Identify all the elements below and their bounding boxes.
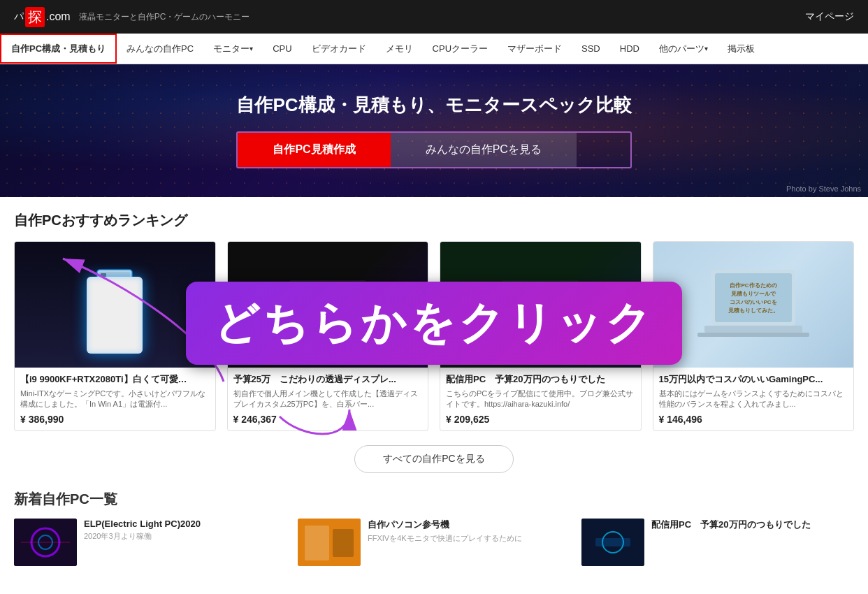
listing-1-image	[14, 519, 77, 566]
svg-rect-3	[99, 272, 130, 314]
pc-card-3-image	[440, 242, 641, 368]
svg-point-18	[519, 307, 533, 321]
hero-title: 自作PC構成・見積もり、モニタースペック比較	[236, 93, 631, 117]
pc-card-4[interactable]: 自作PC作るための 見積もりツールで コスパのいいPCを 見積もりしてみた。 1…	[653, 241, 855, 431]
pc-card-2-price: ¥ 246,367	[233, 414, 423, 425]
see-all-button[interactable]: すべての自作PCを見る	[354, 445, 513, 473]
hero-content: 自作PC構成・見積もり、モニタースペック比較 自作PC見積作成 みんなの自作PC…	[236, 93, 631, 168]
pc-card-2-desc: 初自作で個人用メイン機として作成した【透過ディスプレイカスタム25万PC】を、白…	[233, 389, 423, 411]
logo-com: .com	[46, 10, 71, 23]
hero-photo-credit: Photo by Steve Johns	[786, 184, 861, 193]
pc-card-1[interactable]: 【i9 9900KF+RTX2080Ti】白くて可愛… Mini-ITXなゲーミ…	[14, 241, 216, 431]
hero-view-all-button[interactable]: みんなの自作PCを見る	[391, 133, 577, 167]
svg-rect-34	[305, 526, 329, 560]
listing-2-info: 自作パソコン参号機 FFXIVを4Kモニタで快適にプレイするために	[368, 519, 570, 544]
header-left: パ探.com 液晶モニターと自作PC・ゲームのハーモニー	[14, 7, 249, 27]
svg-rect-38	[595, 538, 630, 546]
nav-hdd[interactable]: HDD	[610, 34, 649, 64]
pc-card-4-image: 自作PC作るための 見積もりツールで コスパのいいPCを 見積もりしてみた。	[653, 242, 854, 368]
nav-memory[interactable]: メモリ	[376, 34, 423, 64]
svg-rect-6	[97, 270, 132, 336]
svg-rect-9	[293, 284, 324, 329]
nav-video-card[interactable]: ビデオカード	[302, 34, 376, 64]
hero-banner: 自作PC構成・見積もり、モニタースペック比較 自作PC見積作成 みんなの自作PC…	[0, 64, 868, 197]
svg-rect-2	[97, 270, 132, 336]
pc-card-3-title: 配信用PC 予算20万円のつもりでした	[446, 373, 635, 386]
pc-card-3-body: 配信用PC 予算20万円のつもりでした こちらのPCをライブ配信にて使用中。ブロ…	[440, 368, 641, 430]
pc-cards-grid: 【i9 9900KF+RTX2080Ti】白くて可愛… Mini-ITXなゲーミ…	[14, 241, 854, 431]
header-subtitle: 液晶モニターと自作PC・ゲームのハーモニー	[79, 11, 250, 23]
listing-card-1[interactable]: ELP(Electric Light PC)2020 2020年3月より稼働	[14, 519, 287, 566]
svg-rect-14	[328, 298, 363, 301]
pc-card-1-image	[15, 242, 215, 368]
svg-rect-5	[101, 273, 106, 279]
pc-card-1-body: 【i9 9900KF+RTX2080Ti】白くて可愛… Mini-ITXなゲーミ…	[15, 368, 215, 430]
pc-card-3[interactable]: 配信用PC 予算20万円のつもりでした こちらのPCをライブ配信にて使用中。ブロ…	[440, 241, 642, 431]
pc-card-2[interactable]: 予算25万 こだわりの透過ディスプレ... 初自作で個人用メイン機として作成した…	[227, 241, 429, 431]
pc-card-1-title: 【i9 9900KF+RTX2080Ti】白くて可愛…	[20, 373, 210, 386]
listing-3-title: 配信用PC 予算20万円のつもりでした	[651, 519, 854, 531]
pc-card-4-price: ¥ 146,496	[659, 414, 848, 425]
new-listings-title: 新着自作PC一覧	[14, 490, 854, 509]
listing-card-2[interactable]: 自作パソコン参号機 FFXIVを4Kモニタで快適にプレイするために	[298, 519, 570, 566]
pc-card-1-price: ¥ 386,990	[20, 414, 210, 425]
pc-card-4-body: 15万円以内でコスパのいいGamingPC... 基本的にはゲームをバランスよく…	[653, 368, 854, 430]
listing-2-date: FFXIVを4Kモニタで快適にプレイするために	[368, 533, 570, 544]
pc-card-2-title: 予算25万 こだわりの透過ディスプレ...	[233, 373, 423, 386]
pc-card-2-body: 予算25万 こだわりの透過ディスプレ... 初自作で個人用メイン機として作成した…	[228, 368, 428, 430]
new-listings-grid: ELP(Electric Light PC)2020 2020年3月より稼働 自…	[14, 519, 854, 566]
listing-1-date: 2020年3月より稼働	[84, 531, 287, 542]
pc-card-4-title: 15万円以内でコスパのいいGamingPC...	[659, 373, 848, 386]
svg-text:自作PC作るための: 自作PC作るための	[730, 282, 776, 289]
svg-rect-28	[697, 333, 809, 337]
listing-3-info: 配信用PC 予算20万円のつもりでした	[651, 519, 854, 533]
logo-pa: パ	[14, 10, 24, 23]
svg-rect-17	[511, 286, 542, 310]
svg-rect-22	[715, 273, 792, 322]
listing-3-image	[581, 519, 644, 566]
nav-monitor[interactable]: モニター	[203, 34, 263, 64]
nav-bulletin-board[interactable]: 掲示板	[718, 34, 765, 64]
svg-rect-35	[333, 529, 354, 557]
pc-card-3-desc: こちらのPCをライブ配信にて使用中。ブログ兼公式サイトです。https://ai…	[446, 389, 635, 411]
main-section: 自作PCおすすめランキング 【i9 9900KF	[0, 197, 868, 580]
svg-rect-12	[328, 287, 363, 290]
listing-1-info: ELP(Electric Light PC)2020 2020年3月より稼働	[84, 519, 287, 542]
listing-2-title: 自作パソコン参号機	[368, 519, 570, 531]
listing-1-title: ELP(Electric Light PC)2020	[84, 519, 287, 529]
svg-rect-27	[704, 326, 802, 333]
nav-other-parts[interactable]: 他のパーツ	[649, 34, 718, 64]
svg-point-4	[110, 318, 119, 326]
listing-card-3[interactable]: 配信用PC 予算20万円のつもりでした	[581, 519, 854, 566]
logo-tan: 探	[25, 7, 45, 27]
main-content-area: どちらかをクリック 自作PCおすすめランキング	[0, 197, 868, 580]
pc-card-4-desc: 基本的にはゲームをバランスよくするためにコスパと性能のバランスを程よく入れてみま…	[659, 389, 848, 411]
nav-motherboard[interactable]: マザーボード	[498, 34, 572, 64]
pc-card-1-desc: Mini-ITXなゲーミングPCです。小さいけどパワフルな構成にしました。「In…	[20, 389, 210, 411]
listing-2-image	[298, 519, 361, 566]
nav-cpu-cooler[interactable]: CPUクーラー	[423, 34, 498, 64]
svg-point-7	[97, 284, 132, 326]
ranking-section-title: 自作PCおすすめランキング	[14, 211, 854, 230]
mypage-link[interactable]: マイページ	[805, 10, 854, 23]
svg-text:見積もりしてみた。: 見積もりしてみた。	[728, 307, 779, 314]
site-header: パ探.com 液晶モニターと自作PC・ゲームのハーモニー マイページ	[0, 0, 868, 34]
main-nav: 自作PC構成・見積もり みんなの自作PC モニター CPU ビデオカード メモリ…	[0, 34, 868, 64]
pc-card-3-price: ¥ 209,625	[446, 414, 635, 425]
nav-everyones-pc[interactable]: みんなの自作PC	[117, 34, 203, 64]
hero-estimate-button[interactable]: 自作PC見積作成	[238, 133, 390, 167]
svg-rect-13	[328, 293, 363, 296]
svg-text:コスパのいいPCを: コスパのいいPCを	[730, 299, 776, 305]
site-logo[interactable]: パ探.com	[14, 7, 71, 27]
nav-ssd[interactable]: SSD	[572, 34, 610, 64]
hero-buttons: 自作PC見積作成 みんなの自作PCを見る	[236, 131, 631, 168]
pc-card-2-image	[228, 242, 428, 368]
nav-custom-pc-estimate[interactable]: 自作PC構成・見積もり	[0, 34, 117, 64]
nav-cpu[interactable]: CPU	[263, 34, 301, 64]
svg-text:見積もりツールで: 見積もりツールで	[730, 291, 776, 297]
